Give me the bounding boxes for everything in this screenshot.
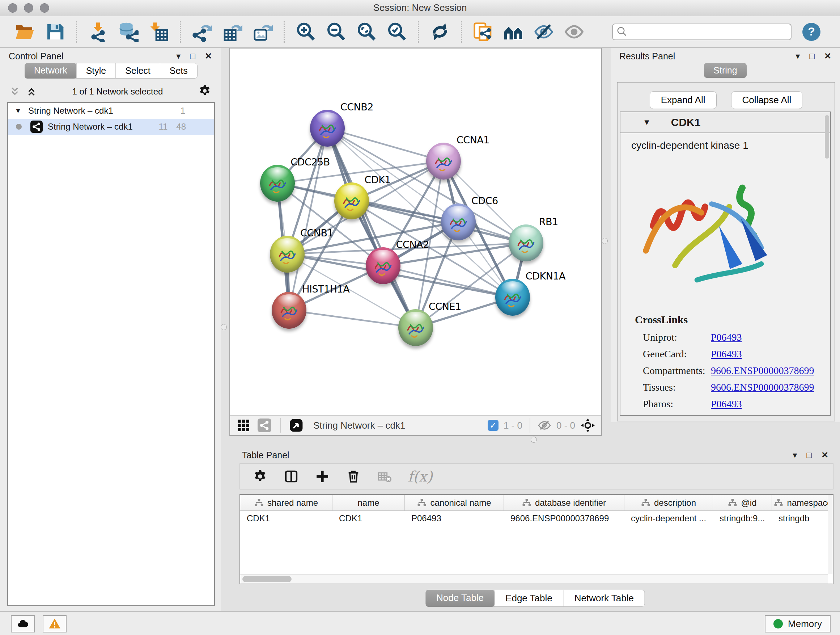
network-canvas[interactable]: CCNB2 CCNA1 CDC25B CDK1 CDC6 RB1 CCNB1 C…	[230, 49, 601, 416]
results-panel-maximize-button[interactable]: □	[809, 52, 815, 60]
column-header-namespace[interactable]: namespace	[772, 495, 834, 510]
expand-all-button[interactable]: Expand All	[650, 91, 717, 109]
collapse-all-button[interactable]: Collapse All	[731, 91, 803, 109]
control-panel-float-button[interactable]: ▾	[176, 52, 180, 60]
column-header-shared-name[interactable]: shared name	[240, 495, 332, 510]
show-all-icon[interactable]	[564, 21, 584, 42]
collapse-all-networks-icon[interactable]	[9, 86, 20, 97]
table-horizontal-scrollbar[interactable]	[240, 574, 828, 584]
network-node-CDC6[interactable]	[441, 203, 476, 241]
network-node-CDKN1A[interactable]	[495, 279, 530, 316]
table-options-gear-icon[interactable]	[252, 469, 268, 485]
node-label-CDC25B: CDC25B	[291, 157, 330, 168]
network-node-CDC25B[interactable]	[260, 165, 295, 202]
tab-string[interactable]: String	[704, 63, 746, 78]
network-collection-row[interactable]: ▼ String Network – cdk1 1	[8, 103, 214, 119]
splitter-handle[interactable]	[531, 437, 537, 443]
crosslink-link[interactable]: P06493	[711, 348, 742, 363]
hide-selected-icon[interactable]	[533, 21, 554, 42]
table-panel-float-button[interactable]: ▾	[793, 451, 797, 459]
results-scrollbar-thumb[interactable]	[825, 115, 829, 158]
tab-style[interactable]: Style	[76, 63, 116, 78]
table-vertical-scrollbar[interactable]	[828, 495, 833, 574]
import-network-icon[interactable]	[88, 21, 109, 42]
network-node-CCNA1[interactable]	[426, 143, 461, 180]
export-table-icon[interactable]	[222, 21, 243, 42]
save-icon[interactable]	[44, 21, 65, 42]
table-row[interactable]: CDK1CDK1P064939606.ENSP00000378699cyclin…	[240, 511, 833, 526]
table-cell: 9606.ENSP00000378699	[504, 511, 624, 526]
status-bar: Memory	[0, 611, 840, 635]
import-database-icon[interactable]	[118, 21, 139, 42]
table-panel-title: Table Panel	[242, 450, 289, 461]
network-node-CDK1[interactable]	[334, 182, 369, 219]
crosslink-link[interactable]: P06493	[711, 398, 742, 413]
control-panel-close-button[interactable]: ✕	[205, 52, 212, 60]
duplicate-network-icon[interactable]	[472, 21, 493, 42]
column-header-canonical-name[interactable]: canonical name	[405, 495, 504, 510]
column-header-description[interactable]: description	[624, 495, 713, 510]
birds-eye-view-icon[interactable]	[580, 418, 595, 433]
network-node-CCNB2[interactable]	[310, 110, 345, 147]
column-header-name[interactable]: name	[332, 495, 405, 510]
tab-network[interactable]: Network	[25, 63, 77, 79]
table-panel-close-button[interactable]: ✕	[821, 451, 829, 459]
grid-view-icon[interactable]	[236, 418, 251, 433]
crosslink-row: Tissues: 9606.ENSP00000378699	[643, 382, 819, 396]
export-network-icon[interactable]	[191, 21, 212, 42]
first-neighbors-icon[interactable]	[503, 21, 524, 42]
memory-button[interactable]: Memory	[765, 615, 831, 632]
tab-network-table[interactable]: Network Table	[563, 590, 645, 606]
node-details-header[interactable]: ▼ CDK1	[621, 112, 830, 133]
entry-expander-icon[interactable]: ▼	[643, 118, 651, 127]
expand-all-networks-icon[interactable]	[26, 86, 37, 97]
warnings-button[interactable]	[43, 615, 66, 632]
apply-layout-icon[interactable]	[429, 21, 450, 42]
tab-node-table[interactable]: Node Table	[425, 590, 494, 607]
results-panel-close-button[interactable]: ✕	[824, 52, 831, 60]
zoom-out-icon[interactable]	[325, 21, 347, 42]
selected-indicator-checkbox[interactable]: ✓	[488, 420, 499, 431]
search-input[interactable]	[612, 24, 791, 40]
function-builder-icon[interactable]: f(x)	[408, 468, 433, 485]
tab-select[interactable]: Select	[115, 63, 159, 78]
delete-table-icon[interactable]	[377, 469, 393, 485]
table-panel: Table Panel ▾ □ ✕	[235, 448, 836, 611]
column-header-database-identifier[interactable]: database identifier	[504, 495, 624, 510]
help-button[interactable]: ?	[802, 23, 821, 41]
splitter-handle[interactable]	[221, 324, 227, 330]
delete-column-icon[interactable]	[346, 469, 362, 485]
collection-expander-icon[interactable]: ▼	[8, 107, 28, 115]
tab-edge-table[interactable]: Edge Table	[494, 590, 563, 606]
crosslink-link[interactable]: P06493	[711, 332, 742, 346]
table-panel-maximize-button[interactable]: □	[806, 451, 812, 459]
network-options-gear-icon[interactable]	[198, 84, 211, 99]
column-header-id[interactable]: @id	[713, 495, 772, 510]
splitter-handle[interactable]	[602, 238, 608, 244]
control-panel-maximize-button[interactable]: □	[190, 52, 195, 60]
crosslink-link[interactable]: 9606.ENSP00000378699	[711, 365, 814, 379]
network-node-HIST1H1A[interactable]	[272, 292, 306, 329]
network-view-mode-icon[interactable]	[257, 418, 272, 433]
crosslink-link[interactable]: 9606.ENSP00000378699	[711, 382, 814, 396]
add-column-icon[interactable]	[314, 469, 330, 485]
show-columns-icon[interactable]	[283, 469, 299, 485]
cloud-status-button[interactable]	[11, 615, 35, 632]
network-node-CCNB1[interactable]	[270, 236, 305, 272]
results-panel-float-button[interactable]: ▾	[796, 52, 800, 60]
zoom-selected-icon[interactable]	[386, 21, 407, 42]
network-node-CCNA2[interactable]	[366, 247, 401, 284]
export-image-icon[interactable]	[252, 21, 273, 42]
import-table-icon[interactable]	[148, 21, 169, 42]
network-edges[interactable]	[230, 49, 601, 416]
open-file-icon[interactable]	[14, 21, 35, 42]
network-row-selected[interactable]: String Network – cdk1 11 48	[8, 119, 214, 135]
crosslink-label: Compartments:	[643, 365, 711, 379]
zoom-fit-icon[interactable]	[356, 21, 377, 42]
tab-sets[interactable]: Sets	[160, 63, 197, 78]
zoom-in-icon[interactable]	[295, 21, 316, 42]
table-hscroll-thumb[interactable]	[242, 576, 292, 582]
detach-view-icon[interactable]	[289, 418, 304, 433]
network-node-CCNE1[interactable]	[398, 309, 433, 346]
network-node-RB1[interactable]	[508, 225, 543, 261]
